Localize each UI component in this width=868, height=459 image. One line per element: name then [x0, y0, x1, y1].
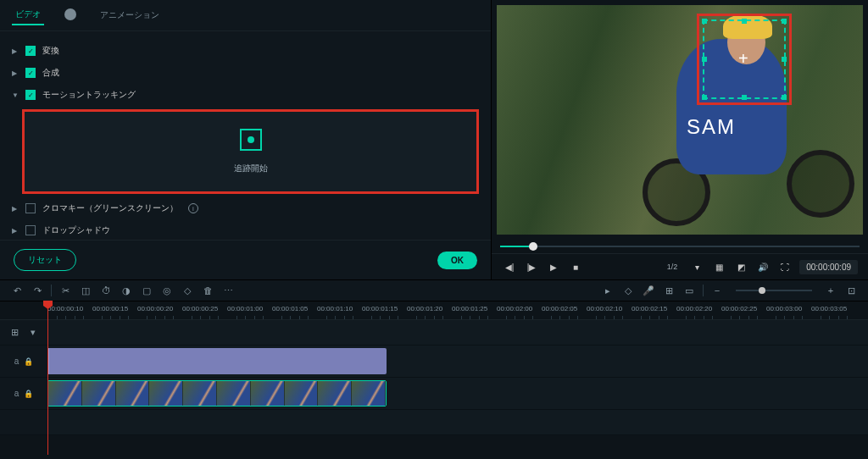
resize-handle-bm[interactable]	[742, 95, 747, 100]
fullscreen-icon[interactable]: ⛶	[777, 259, 793, 274]
resize-handle-tm[interactable]	[742, 19, 747, 24]
mixer-icon[interactable]: ⊞	[662, 284, 676, 297]
timeline-toolbar: ↶ ↷ ✂ ◫ ⏱ ◑ ▢ ◎ ◇ 🗑 ⋯ ▸ ◇ 🎤 ⊞ ▭ − + ⊡	[0, 279, 868, 301]
stop-button[interactable]: ■	[568, 259, 583, 274]
tracking-rectangle[interactable]: +	[697, 14, 792, 105]
playhead-line	[47, 301, 48, 455]
tab-animation[interactable]: アニメーション	[97, 6, 163, 25]
tracking-start-label[interactable]: 追跡開始	[234, 163, 268, 174]
preview-controls: ◀| |▶ ▶ ■ 1/2 ▾ ▦ ◩ 🔊 ⛶ 00:00:00:09	[492, 253, 868, 279]
ruler-tick: 00:00:00:20	[137, 305, 173, 312]
render-icon[interactable]: ▭	[682, 284, 696, 297]
ruler-tick: 00:00:02:05	[542, 305, 577, 312]
checkbox-drop-shadow[interactable]	[25, 225, 36, 235]
prop-drop-shadow[interactable]: ▶ ドロップシャドウ	[12, 219, 479, 240]
reset-button[interactable]: リセット	[14, 249, 76, 271]
properties-buttons: リセット OK	[0, 240, 491, 279]
grid-icon[interactable]: ▦	[711, 259, 726, 274]
ruler-tick: 00:00:02:20	[676, 305, 712, 312]
zoom-in-icon[interactable]: +	[824, 284, 837, 297]
ruler-tick: 00:00:03:05	[811, 305, 847, 312]
prop-motion-tracking[interactable]: ▼ ✓ モーショントラッキング	[12, 84, 479, 106]
resize-handle-tl[interactable]	[702, 19, 707, 24]
resize-handle-rm[interactable]	[782, 57, 787, 62]
text-clip[interactable]	[47, 348, 387, 374]
ruler-tick: 00:00:00:25	[182, 305, 218, 312]
crop-icon[interactable]: ◫	[79, 284, 92, 297]
resize-handle-br[interactable]	[782, 95, 787, 100]
checkbox-motion-tracking[interactable]: ✓	[25, 90, 36, 100]
tab-color[interactable]	[61, 5, 80, 25]
greenscreen-icon[interactable]: ▢	[140, 284, 153, 297]
preview-canvas[interactable]: + SAM	[497, 5, 863, 235]
video-clip[interactable]	[47, 380, 387, 406]
resize-handle-bl[interactable]	[702, 95, 707, 100]
preview-scrubber[interactable]	[500, 240, 860, 253]
chevron-down-icon: ▼	[12, 91, 19, 99]
timeline-ruler[interactable]: 00:00:00:1000:00:00:1500:00:00:2000:00:0…	[0, 301, 868, 320]
timeline-tracks: ⊞ ▾ a a	[0, 320, 868, 459]
color-icon[interactable]: ◑	[120, 284, 133, 297]
undo-icon[interactable]: ↶	[10, 284, 24, 297]
motion-tracking-box: 追跡開始	[22, 109, 479, 194]
track-options-icon[interactable]: ⊞	[8, 326, 21, 340]
ruler-tick: 00:00:00:15	[92, 305, 128, 312]
cut-icon[interactable]: ✂	[58, 284, 72, 297]
ruler-tick: 00:00:01:00	[227, 305, 263, 312]
ruler-tick: 00:00:02:10	[587, 305, 622, 312]
scrub-thumb[interactable]	[529, 242, 537, 251]
zoom-ratio[interactable]: 1/2	[662, 263, 683, 271]
chevron-right-icon: ▶	[12, 47, 19, 55]
tracking-target-icon[interactable]	[240, 129, 262, 151]
more-icon[interactable]: ⋯	[221, 284, 235, 297]
text-track[interactable]: a	[0, 346, 868, 378]
prev-frame-button[interactable]: ◀|	[502, 259, 517, 274]
snapshot-icon[interactable]: ◩	[733, 259, 748, 274]
properties-tabs: ビデオ アニメーション	[0, 0, 491, 31]
zoom-fit-icon[interactable]: ⊡	[844, 284, 858, 297]
prop-label: クロマキー（グリーンスクリーン）	[42, 202, 178, 214]
zoom-out-icon[interactable]: −	[710, 284, 724, 297]
ruler-tick: 00:00:01:05	[272, 305, 308, 312]
next-frame-button[interactable]: |▶	[524, 259, 539, 274]
ruler-tick: 00:00:02:15	[632, 305, 667, 312]
track-mute-icon[interactable]: a	[14, 357, 19, 366]
crosshair-icon: +	[738, 49, 748, 69]
ruler-tick: 00:00:01:15	[362, 305, 398, 312]
prop-compose[interactable]: ▶ ✓ 合成	[12, 62, 479, 84]
checkbox-transform[interactable]: ✓	[25, 46, 36, 56]
marker-play-icon[interactable]: ▸	[601, 284, 615, 297]
track-mute-icon[interactable]: a	[14, 389, 19, 398]
volume-icon[interactable]: 🔊	[755, 259, 771, 274]
info-icon[interactable]: i	[188, 203, 198, 213]
track-toggle-icon[interactable]: ▾	[26, 326, 40, 340]
ruler-tick: 00:00:03:00	[766, 305, 802, 312]
overlay-text[interactable]: SAM	[687, 115, 736, 139]
prop-label: ドロップシャドウ	[42, 224, 110, 236]
resize-handle-tr[interactable]	[782, 19, 787, 24]
track-spacer: ⊞ ▾	[0, 320, 868, 346]
prop-chromakey[interactable]: ▶ クロマキー（グリーンスクリーン） i	[12, 197, 479, 219]
ok-button[interactable]: OK	[437, 252, 477, 269]
speed-icon[interactable]: ⏱	[99, 284, 113, 297]
lock-icon[interactable]	[24, 389, 33, 398]
play-button[interactable]: ▶	[546, 259, 561, 274]
checkbox-chromakey[interactable]	[25, 203, 36, 213]
preview-panel: + SAM ◀| |▶ ▶ ■ 1/2 ▾ ▦ ◩ 🔊 ⛶ 00:00:0	[492, 0, 868, 279]
ruler-tick: 00:00:01:25	[452, 305, 487, 312]
lock-icon[interactable]	[24, 357, 33, 366]
mic-icon[interactable]: 🎤	[642, 284, 655, 297]
chevron-down-icon[interactable]: ▾	[689, 259, 704, 274]
checkbox-compose[interactable]: ✓	[25, 68, 36, 78]
delete-icon[interactable]: 🗑	[201, 284, 214, 297]
prop-transform[interactable]: ▶ ✓ 変換	[12, 40, 479, 62]
video-track[interactable]: a	[0, 378, 868, 410]
marker-icon[interactable]: ◇	[621, 284, 635, 297]
tracking-icon[interactable]: ◎	[160, 284, 174, 297]
redo-icon[interactable]: ↷	[31, 284, 44, 297]
ruler-tick: 00:00:02:00	[497, 305, 532, 312]
zoom-slider[interactable]	[736, 290, 812, 291]
resize-handle-lm[interactable]	[702, 57, 707, 62]
keyframe-icon[interactable]: ◇	[181, 284, 194, 297]
tab-video[interactable]: ビデオ	[12, 5, 44, 25]
